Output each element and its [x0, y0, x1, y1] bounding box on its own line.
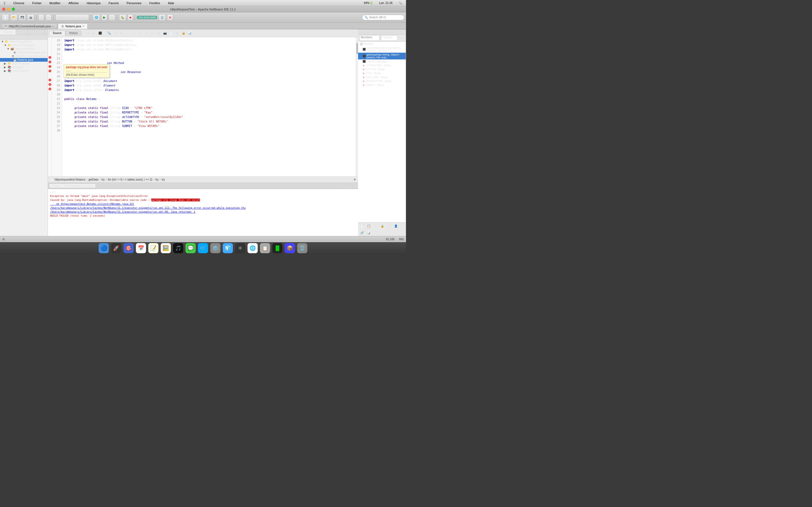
doc-btn[interactable]: 📄: [168, 31, 174, 36]
source-tab[interactable]: Source: [49, 31, 65, 36]
stop-edit-btn[interactable]: ⏹: [174, 31, 180, 36]
breadcrumb-item-6[interactable]: try: [162, 178, 165, 181]
diff-btn2[interactable]: ⊖: [150, 31, 155, 36]
back-btn[interactable]: ◀: [38, 14, 44, 21]
breadcrumb-item-4[interactable]: for (int i = 0; i < tables.size(); i += …: [108, 178, 152, 181]
search-box[interactable]: 🔍 Search (⌘+I): [362, 15, 404, 20]
dock-music[interactable]: 🎵: [173, 243, 183, 253]
dock-photos[interactable]: 🖼️: [161, 243, 171, 253]
output-tab-close[interactable]: ✕: [97, 184, 99, 187]
output-stop2-btn[interactable]: ⊗: [349, 184, 351, 187]
dock-settings[interactable]: ⚙️: [210, 243, 220, 253]
menu-afficher[interactable]: Afficher: [66, 1, 80, 5]
tree-source-packages[interactable]: ▼ 📁 Source Packages: [0, 43, 48, 47]
nav-btn-7[interactable]: 🔗: [359, 230, 365, 235]
close-button[interactable]: [2, 8, 5, 11]
nav-filter-input[interactable]: Members: [359, 35, 380, 41]
filter-icon-btn[interactable]: ⬛: [97, 31, 103, 36]
new-project-btn[interactable]: 📄: [2, 14, 9, 21]
nav-field-button[interactable]: ◈ BUTTON : String: [358, 67, 406, 71]
tab-httpurl-close[interactable]: ✕: [52, 25, 54, 28]
unfold-btn[interactable]: ▼: [137, 31, 143, 36]
menu-fenetre[interactable]: Fenêtre: [148, 1, 162, 5]
dock-launchpad[interactable]: 🚀: [111, 243, 121, 253]
menu-chrome[interactable]: Chrome: [11, 1, 26, 5]
breadcrumb-item-3[interactable]: try: [101, 178, 105, 181]
dock-notes[interactable]: 📝: [148, 243, 158, 253]
search-icon[interactable]: 🔍: [397, 1, 404, 5]
tree-test-libraries[interactable]: ▶ 📚 Test Libraries: [0, 69, 48, 73]
back-icon-btn[interactable]: ◀: [85, 31, 91, 36]
search-editor-btn[interactable]: 🔍: [106, 31, 112, 36]
nav-class-notams[interactable]: ⬜ Notams: [358, 42, 406, 46]
stop-btn[interactable]: ■: [128, 14, 133, 21]
fwd-icon-btn[interactable]: ▶: [91, 31, 97, 36]
panel-tab-files[interactable]: Files: [16, 29, 28, 35]
tab-httpurl[interactable]: ☕ HttpURLConnectionExample.java ✕: [1, 23, 57, 29]
dock-atom[interactable]: ⚛: [235, 243, 245, 253]
menu-favoris[interactable]: Favoris: [107, 1, 120, 5]
tree-notams[interactable]: ☕ Notams.java: [0, 58, 48, 62]
fold-btn[interactable]: ▲: [131, 31, 137, 36]
run-arrow[interactable]: ▶: [101, 14, 107, 21]
history-tab[interactable]: History: [65, 31, 82, 36]
dock-trash[interactable]: 🗑️: [297, 243, 307, 253]
tree-test-packages[interactable]: ▶ 📁 Test Packages: [0, 62, 48, 65]
dock-finder[interactable]: 🔵: [99, 243, 109, 253]
panel-tab-projects[interactable]: Projects: [0, 29, 16, 35]
menu-modifier[interactable]: Modifier: [48, 1, 62, 5]
apple-menu[interactable]: : [2, 0, 7, 6]
dock-dashboard[interactable]: 🎯: [123, 243, 134, 253]
menu-personnes[interactable]: Personnes: [125, 1, 143, 5]
globe-btn[interactable]: 🌐: [93, 14, 100, 21]
nav-members-dropdown[interactable]: <empty>: [381, 35, 398, 41]
output-line-path2[interactable]: /Users/karimbounaji/Library/Caches/NetBe…: [50, 210, 356, 214]
nav-close-btn[interactable]: ✕: [393, 30, 396, 34]
lock-btn[interactable]: 🔒: [181, 31, 186, 36]
maximize-button[interactable]: [12, 8, 15, 11]
nav-btn-2[interactable]: 📋: [366, 223, 371, 229]
nav-field-reporttype[interactable]: ◈ REPORTTYPE : String: [358, 79, 406, 83]
breadcrumb-item-1[interactable]: httpsrequesttest.Notams: [55, 178, 85, 181]
dock-netbeans[interactable]: 🧊: [223, 243, 233, 253]
nav-btn-8[interactable]: 📊: [366, 230, 371, 235]
menu-aide[interactable]: Aide: [166, 1, 176, 5]
diff-btn1[interactable]: ⊕: [144, 31, 149, 36]
print-btn[interactable]: 🖨️: [27, 14, 35, 21]
debug-btn[interactable]: 🐛: [119, 14, 126, 21]
dock-appstore[interactable]: 🛒: [198, 243, 208, 253]
stop2-btn[interactable]: ⊗: [167, 14, 173, 21]
nav-method-main[interactable]: ⬛ main(String[] args): [358, 59, 406, 63]
nav-method-getdata[interactable]: ⬛ getData(Map<String, Object> params, Fi…: [358, 53, 406, 59]
nav-btn-5[interactable]: ☰: [386, 223, 392, 229]
right-editor-btn[interactable]: ▶: [119, 31, 124, 36]
camera-btn[interactable]: 📷: [162, 31, 168, 36]
editor-scrollbar-v[interactable]: [356, 37, 358, 176]
save-btn[interactable]: 💾: [18, 14, 26, 21]
nav-field-icao[interactable]: ◈ ICAO : String: [358, 71, 406, 75]
output-tab-run[interactable]: Output – HttpsRequestTest (run): [49, 183, 96, 188]
run-dropdown[interactable]: ▼: [109, 14, 115, 21]
panel-tab-services[interactable]: Services: [28, 29, 45, 35]
nav-maximize-btn[interactable]: □: [402, 31, 404, 34]
tab-notams[interactable]: ☕ Notams.java ✕: [58, 23, 88, 29]
chart-btn[interactable]: 📊: [187, 31, 193, 36]
breadcrumb-close-btn[interactable]: ✕: [354, 178, 356, 181]
output-content[interactable]: run: Exception in thread "main" java.lan…: [48, 189, 358, 236]
dock-chrome[interactable]: 🌐: [248, 243, 258, 253]
nav-method-export[interactable]: ⬛ exportData(XMLStreamWriter xmlwriter, …: [358, 46, 406, 53]
tree-httpurl[interactable]: ☕ HttpURLConnectionExample.java: [0, 54, 48, 58]
nav-btn-1[interactable]: 📄: [359, 223, 365, 229]
toggle-btn[interactable]: ↕: [125, 31, 131, 36]
tab-notams-close[interactable]: ✕: [82, 25, 85, 27]
panel-maximize-icon[interactable]: □: [44, 36, 46, 39]
left-editor-btn[interactable]: ◀: [112, 31, 118, 36]
breadcrumb-item-5[interactable]: try: [155, 178, 158, 181]
dock-finder2[interactable]: 📋: [260, 243, 270, 253]
output-maximize-btn[interactable]: □: [354, 184, 356, 187]
open-btn[interactable]: 📂: [10, 14, 17, 21]
dock-messages[interactable]: 💬: [186, 243, 196, 253]
output-line-path1[interactable]: /Users/karimbounaji/Library/Caches/NetBe…: [50, 206, 356, 210]
code-editor[interactable]: 18 19 20 21 22 23 24 25 26 27 28 29 30 3…: [48, 37, 358, 176]
nav-btn-4[interactable]: 🔒: [379, 223, 385, 229]
